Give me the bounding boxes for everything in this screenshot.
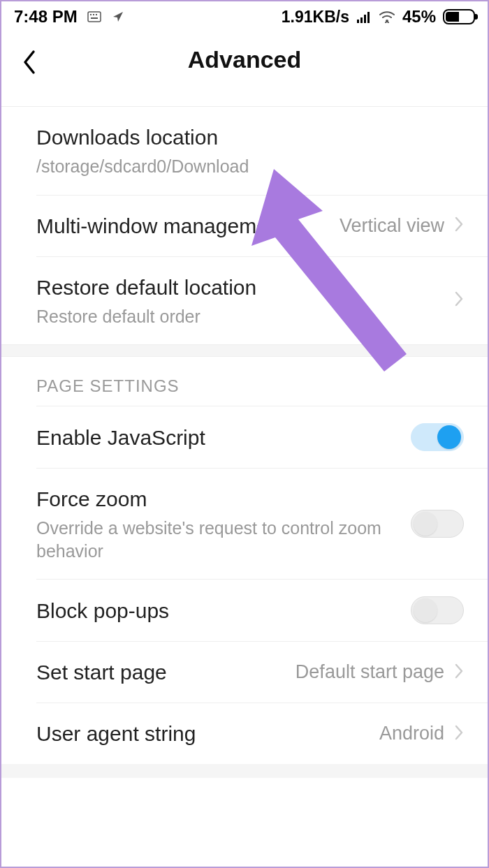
chevron-right-icon: [454, 663, 464, 682]
item-title: Restore default location: [36, 274, 454, 301]
status-left: 7:48 PM: [14, 7, 125, 27]
toggle-knob: [414, 512, 437, 536]
item-right: [411, 596, 464, 624]
svg-rect-0: [88, 12, 101, 22]
chevron-right-icon: [454, 290, 464, 310]
item-title: Downloads location: [36, 124, 464, 151]
wifi-icon: [379, 10, 395, 23]
location-arrow-icon: [111, 10, 125, 24]
svg-rect-8: [367, 12, 370, 23]
chevron-right-icon: [454, 216, 464, 235]
block-popups-toggle[interactable]: [411, 596, 464, 624]
svg-rect-6: [360, 17, 363, 23]
force-zoom-toggle[interactable]: [411, 510, 464, 538]
item-text: Enable JavaScript: [36, 424, 411, 451]
item-right: [411, 510, 464, 538]
set-start-page-item[interactable]: Set start page Default start page: [1, 642, 488, 703]
item-title: Set start page: [36, 659, 295, 686]
item-text: Multi-window management: [36, 212, 340, 240]
svg-rect-3: [96, 14, 97, 15]
network-speed: 1.91KB/s: [282, 8, 349, 27]
item-text: Downloads location /storage/sdcard0/Down…: [36, 124, 464, 178]
item-right: Android: [379, 723, 464, 744]
item-right: Vertical view: [340, 215, 464, 237]
status-time: 7:48 PM: [14, 7, 78, 27]
svg-rect-1: [90, 14, 92, 15]
item-value: Vertical view: [340, 215, 444, 237]
section-gap: [1, 344, 488, 357]
settings-list: Downloads location /storage/sdcard0/Down…: [1, 94, 488, 778]
item-title: Enable JavaScript: [36, 424, 411, 451]
item-text: User agent string: [36, 720, 379, 747]
item-text: Force zoom Override a website's request …: [36, 485, 411, 562]
signal-icon: [356, 10, 372, 23]
header: Advanced: [1, 31, 488, 94]
toggle-knob: [414, 598, 437, 622]
section-header-page-settings: PAGE SETTINGS: [1, 357, 488, 406]
item-right: [411, 423, 464, 451]
status-right: 1.91KB/s 45%: [282, 7, 475, 27]
restore-default-item[interactable]: Restore default location Restore default…: [1, 257, 488, 345]
toggle-knob: [437, 425, 461, 449]
chevron-right-icon: [454, 724, 464, 744]
battery-percent: 45%: [402, 7, 436, 27]
item-right: Default start page: [295, 661, 464, 683]
force-zoom-item[interactable]: Force zoom Override a website's request …: [1, 469, 488, 579]
item-text: Block pop-ups: [36, 597, 411, 624]
enable-javascript-item[interactable]: Enable JavaScript: [1, 406, 488, 468]
item-title: User agent string: [36, 720, 379, 747]
bottom-gap: [1, 764, 488, 778]
downloads-location-item[interactable]: Downloads location /storage/sdcard0/Down…: [1, 107, 488, 195]
back-button[interactable]: [21, 49, 38, 78]
page-title: Advanced: [15, 46, 474, 73]
chevron-left-icon: [21, 49, 38, 75]
item-right: [454, 290, 464, 310]
svg-point-9: [386, 20, 388, 22]
user-agent-item[interactable]: User agent string Android: [1, 703, 488, 764]
svg-rect-2: [93, 14, 94, 15]
item-text: Restore default location Restore default…: [36, 274, 454, 328]
item-subtitle: /storage/sdcard0/Download: [36, 155, 464, 178]
status-bar: 7:48 PM 1.91KB/s 45%: [1, 1, 488, 31]
svg-rect-5: [357, 20, 359, 23]
javascript-toggle[interactable]: [411, 423, 464, 451]
svg-rect-7: [364, 15, 366, 23]
block-popups-item[interactable]: Block pop-ups: [1, 580, 488, 641]
item-subtitle: Restore default order: [36, 305, 454, 328]
keyboard-icon: [87, 11, 101, 22]
item-text: Set start page: [36, 659, 295, 686]
item-subtitle: Override a website's request to control …: [36, 517, 411, 562]
battery-icon: [443, 9, 475, 24]
svg-rect-4: [91, 17, 98, 19]
item-title: Multi-window management: [36, 212, 340, 240]
item-value: Android: [379, 723, 444, 744]
item-title: Block pop-ups: [36, 597, 411, 624]
item-title: Force zoom: [36, 485, 411, 513]
multi-window-item[interactable]: Multi-window management Vertical view: [1, 196, 488, 256]
spacer: [1, 94, 488, 107]
item-value: Default start page: [295, 661, 444, 683]
